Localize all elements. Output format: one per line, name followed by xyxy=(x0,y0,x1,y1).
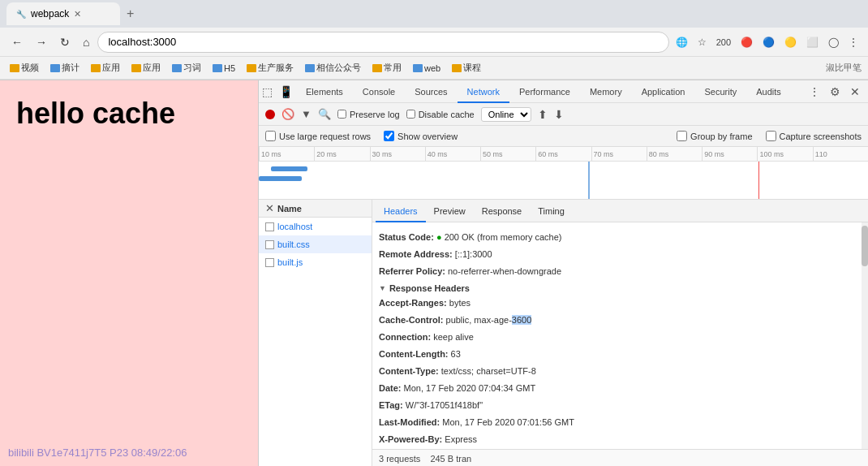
bookmark-习词[interactable]: 习词 xyxy=(169,60,204,76)
bookmark-生产服务[interactable]: 生产服务 xyxy=(243,60,297,76)
large-rows-checkbox[interactable] xyxy=(265,131,276,141)
address-bar[interactable] xyxy=(97,32,668,53)
request-item-builtjs[interactable]: built.js xyxy=(259,253,372,271)
tick-30ms: 30 ms xyxy=(370,147,425,161)
extension-icon5[interactable]: ◯ xyxy=(825,35,842,50)
x-powered-by-value: Express xyxy=(445,434,477,444)
tab-security[interactable]: Security xyxy=(694,80,746,103)
search-button[interactable]: 🔍 xyxy=(318,108,331,120)
etag-value: W/"3f-17051f418bf" xyxy=(406,400,483,410)
export-button[interactable]: ⬇ xyxy=(554,108,564,121)
preserve-log-checkbox[interactable] xyxy=(337,110,346,119)
show-overview-label[interactable]: Show overview xyxy=(384,131,458,141)
tab-network[interactable]: Network xyxy=(458,80,509,103)
group-by-frame-label[interactable]: Group by frame xyxy=(677,131,752,141)
home-button[interactable]: ⌂ xyxy=(78,32,94,52)
scrollbar-thumb[interactable] xyxy=(862,226,868,266)
tab-sources[interactable]: Sources xyxy=(405,80,457,103)
bookmark-H5[interactable]: H5 xyxy=(209,62,238,75)
disable-cache-checkbox[interactable] xyxy=(406,110,415,119)
detail-tab-headers[interactable]: Headers xyxy=(376,200,426,222)
close-detail-button[interactable]: ✕ xyxy=(265,202,274,214)
transferred-size: 245 B tran xyxy=(430,454,471,464)
filter-button[interactable]: ▼ xyxy=(301,108,312,120)
detail-tab-preview[interactable]: Preview xyxy=(426,200,474,222)
timeline-ruler: 10 ms 20 ms 30 ms 40 ms 50 ms 60 ms 70 m… xyxy=(259,147,868,162)
record-button[interactable] xyxy=(265,110,275,119)
devtools-close-icon[interactable]: ✕ xyxy=(847,84,863,100)
tab-close-icon[interactable]: ✕ xyxy=(74,9,81,19)
bookmark-摘计[interactable]: 摘计 xyxy=(47,60,83,76)
bookmark-label: 生产服务 xyxy=(258,62,294,74)
bookmark-label: 摘计 xyxy=(62,62,79,74)
tab-title: webpack xyxy=(31,8,69,19)
bookmark-相信公众号[interactable]: 相信公众号 xyxy=(302,60,364,76)
throttle-select[interactable]: Online xyxy=(481,107,531,122)
new-tab-button[interactable]: + xyxy=(120,6,140,21)
scrollbar-track[interactable] xyxy=(862,222,868,449)
group-by-frame-checkbox[interactable] xyxy=(677,131,687,141)
tab-memory[interactable]: Memory xyxy=(580,80,632,103)
bookmarks-more[interactable]: 淑比甲笔 xyxy=(826,62,862,74)
capture-screenshots-label[interactable]: Capture screenshots xyxy=(766,131,862,141)
extension-icon4[interactable]: ⬜ xyxy=(803,35,822,50)
import-button[interactable]: ⬆ xyxy=(538,108,548,121)
bookmark-应用2[interactable]: 应用 xyxy=(128,60,164,76)
request-checkbox-builtjs xyxy=(265,258,274,267)
large-rows-label[interactable]: Use large request rows xyxy=(265,131,371,141)
bookmark-web[interactable]: web xyxy=(410,62,444,75)
cache-control-highlight: 3600 xyxy=(512,315,531,325)
request-list: ✕ Name localhost built.css built.js xyxy=(259,200,372,466)
detail-tab-timing[interactable]: Timing xyxy=(530,200,573,222)
menu-icon[interactable]: ⋮ xyxy=(845,35,862,50)
active-tab[interactable]: 🔧 webpack ✕ xyxy=(6,2,120,25)
watermark: bilibili BV1e7411j7T5 P23 08:49/22:06 xyxy=(8,447,187,459)
back-button[interactable]: ← xyxy=(6,32,28,52)
cache-control-value: public, max-age-3600 xyxy=(446,315,532,325)
tab-console[interactable]: Console xyxy=(353,80,405,103)
detail-tab-response[interactable]: Response xyxy=(474,200,531,222)
tab-bar: 🔧 webpack ✕ + xyxy=(0,0,868,28)
timeline-area: 10 ms 20 ms 30 ms 40 ms 50 ms 60 ms 70 m… xyxy=(259,147,868,200)
devtools-device-icon[interactable]: 📱 xyxy=(276,84,296,100)
detail-panel: Headers Preview Response Timing Status C… xyxy=(372,200,868,466)
tab-performance[interactable]: Performance xyxy=(509,80,580,103)
capture-screenshots-checkbox[interactable] xyxy=(766,131,776,141)
response-headers-section[interactable]: Response Headers xyxy=(379,283,862,293)
bookmark-常用[interactable]: 常用 xyxy=(369,60,405,76)
extension-icon2[interactable]: 🔵 xyxy=(759,35,778,50)
tab-elements[interactable]: Elements xyxy=(296,80,353,103)
preserve-log-checkbox-row: Preserve log xyxy=(337,110,400,119)
bookmarks-bar: 视频 摘计 应用 应用 习词 H5 生产服务 相信公众号 xyxy=(0,57,868,80)
tab-application[interactable]: Application xyxy=(632,80,695,103)
request-name-localhost: localhost xyxy=(277,222,312,231)
refresh-button[interactable]: ↻ xyxy=(55,32,75,52)
tab-audits[interactable]: Audits xyxy=(746,80,791,103)
bookmark-视频[interactable]: 视频 xyxy=(6,60,42,76)
extension-icon1[interactable]: 🔴 xyxy=(737,35,756,50)
x-powered-by-row: X-Powered-By: Express xyxy=(379,432,862,447)
translate-icon[interactable]: 🌐 xyxy=(672,35,691,50)
clear-button[interactable]: 🚫 xyxy=(281,108,294,120)
devtools-settings-icon[interactable]: ⚙ xyxy=(827,84,844,100)
extension-icon3[interactable]: 🟡 xyxy=(781,35,800,50)
tick-110ms: 110 xyxy=(813,147,868,161)
disable-cache-checkbox-row: Disable cache xyxy=(406,110,475,119)
timeline-chart xyxy=(259,162,868,199)
request-item-builtcss[interactable]: built.css xyxy=(259,235,372,253)
request-item-localhost[interactable]: localhost xyxy=(259,218,372,235)
forward-button[interactable]: → xyxy=(31,32,52,52)
bookmark-label: 应用 xyxy=(143,62,161,74)
date-label: Date: xyxy=(379,383,402,393)
request-name-builtcss: built.css xyxy=(277,239,310,249)
devtools-inspect-icon[interactable]: ⬚ xyxy=(259,84,276,100)
show-overview-checkbox[interactable] xyxy=(384,131,394,141)
bookmark-应用1[interactable]: 应用 xyxy=(88,60,123,76)
accept-ranges-label: Accept-Ranges: xyxy=(379,298,447,308)
content-area: ✕ Name localhost built.css built.js xyxy=(259,200,868,466)
page-title: hello cache xyxy=(16,97,175,131)
bookmark-课程[interactable]: 课程 xyxy=(449,60,484,76)
timeline-bar-1 xyxy=(271,166,307,171)
devtools-more-icon[interactable]: ⋮ xyxy=(806,84,823,100)
bookmark-icon[interactable]: ☆ xyxy=(694,35,710,50)
